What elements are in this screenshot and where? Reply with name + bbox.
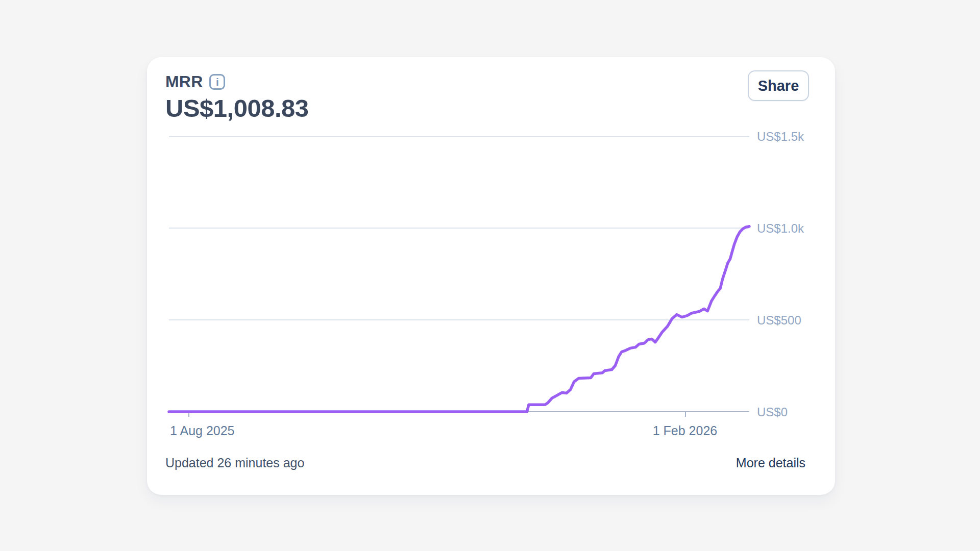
updated-status: Updated 26 minutes ago (165, 456, 304, 470)
page-title: MRR (165, 72, 203, 91)
y-tick-label: US$500 (757, 313, 801, 328)
y-tick-label: US$1.5k (757, 130, 804, 144)
mrr-line (169, 136, 749, 412)
y-tick-label: US$0 (757, 405, 788, 419)
more-details-link[interactable]: More details (736, 456, 805, 470)
x-tick-label: 1 Feb 2026 (653, 423, 718, 438)
mrr-card: MRR i US$1,008.83 Share US$1.5k US$1.0k … (147, 57, 835, 495)
mrr-value: US$1,008.83 (165, 94, 309, 122)
y-tick-label: US$1.0k (757, 221, 804, 236)
card-header: MRR i (165, 72, 225, 91)
info-icon[interactable]: i (209, 74, 225, 90)
x-axis-tick (685, 412, 686, 417)
share-button[interactable]: Share (748, 70, 809, 101)
x-tick-label: 1 Aug 2025 (170, 423, 235, 438)
mrr-chart-plot[interactable] (169, 136, 749, 412)
